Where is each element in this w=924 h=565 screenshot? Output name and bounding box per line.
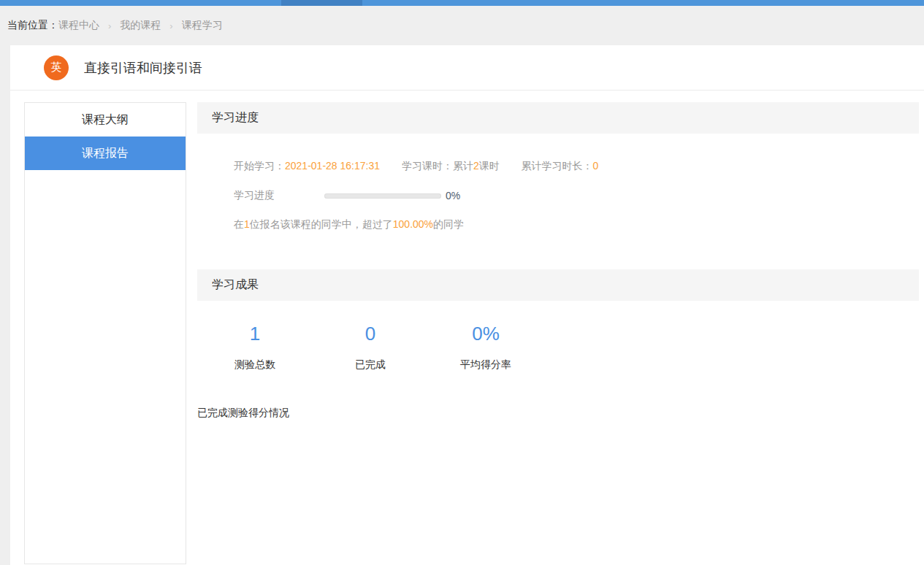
rank-percent: 100.00% [393, 218, 433, 230]
breadcrumb-item-my-courses[interactable]: 我的课程 [120, 19, 161, 32]
breadcrumb: 当前位置： 课程中心 › 我的课程 › 课程学习 [0, 6, 924, 45]
sidebar-item-course-report[interactable]: 课程报告 [25, 137, 186, 170]
rank-prefix: 在 [234, 218, 244, 230]
sidebar-item-course-outline[interactable]: 课程大纲 [25, 103, 186, 137]
main-content: 学习进度 开始学习：2021-01-28 16:17:31 学习课时：累计2课时… [197, 91, 919, 564]
study-duration-value: 0 [593, 160, 599, 172]
progress-label: 学习进度 [234, 189, 275, 202]
stat-completed-label: 已完成 [313, 358, 428, 372]
top-nav-active-segment [281, 0, 362, 6]
stat-average-score-label: 平均得分率 [428, 358, 543, 372]
study-hours-stat: 学习课时：累计2课时 [402, 160, 500, 172]
chevron-right-icon: › [108, 20, 111, 31]
study-hours-label: 学习课时：累计 [402, 160, 473, 172]
stat-quiz-total: 1 测验总数 [197, 323, 313, 372]
chevron-right-icon: › [169, 20, 172, 31]
stat-quiz-total-value: 1 [197, 323, 313, 345]
start-time-value: 2021-01-28 16:17:31 [285, 160, 380, 172]
study-duration-stat: 累计学习时长：0 [522, 160, 599, 172]
progress-bar [324, 193, 441, 199]
stat-completed: 0 已完成 [313, 323, 428, 372]
stat-quiz-total-label: 测验总数 [197, 358, 313, 372]
rank-suffix: 的同学 [433, 218, 464, 230]
study-duration-label: 累计学习时长： [522, 160, 593, 172]
progress-row: 学习进度 0% [234, 189, 919, 202]
start-time-stat: 开始学习：2021-01-28 16:17:31 [234, 160, 380, 172]
progress-percent: 0% [446, 190, 460, 201]
stat-average-score: 0% 平均得分率 [428, 323, 543, 372]
course-subject-badge: 英 [44, 55, 69, 80]
start-time-label: 开始学习： [234, 160, 285, 172]
rank-line: 在1位报名该课程的同学中，超过了100.00%的同学 [234, 218, 919, 231]
breadcrumb-label: 当前位置： [7, 19, 58, 32]
breadcrumb-item-course-center[interactable]: 课程中心 [58, 19, 99, 32]
study-hours-suffix: 课时 [479, 160, 500, 172]
section-header-learning-results: 学习成果 [197, 269, 919, 301]
study-stats-line: 开始学习：2021-01-28 16:17:31 学习课时：累计2课时 累计学习… [234, 160, 919, 173]
rank-mid: 位报名该课程的同学中，超过了 [250, 218, 393, 230]
stat-average-score-value: 0% [428, 323, 543, 345]
section-header-learning-progress: 学习进度 [197, 102, 919, 134]
results-stats-row: 1 测验总数 0 已完成 0% 平均得分率 [197, 323, 919, 372]
content-row: 课程大纲 课程报告 学习进度 开始学习：2021-01-28 16:17:31 … [10, 91, 924, 564]
page-container: 英 直接引语和间接引语 课程大纲 课程报告 学习进度 开始学习：2021-01-… [10, 45, 924, 565]
completed-quiz-scores-title: 已完成测验得分情况 [197, 407, 919, 420]
stat-completed-value: 0 [313, 323, 428, 345]
rank-count: 1 [244, 218, 250, 230]
study-hours-value: 2 [473, 160, 479, 172]
sidebar: 课程大纲 课程报告 [24, 102, 186, 564]
breadcrumb-item-course-learning: 课程学习 [182, 19, 223, 32]
course-title: 直接引语和间接引语 [84, 59, 202, 77]
top-nav-bar [0, 0, 924, 6]
course-header: 英 直接引语和间接引语 [10, 45, 924, 91]
